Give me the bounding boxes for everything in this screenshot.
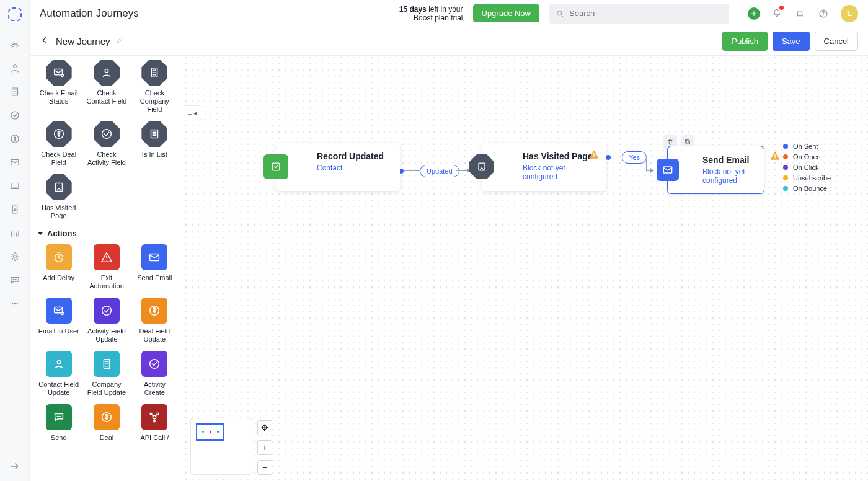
svg-rect-45 <box>686 141 690 144</box>
palette-item[interactable]: Deal Field Update <box>132 298 177 343</box>
nav-expand-icon[interactable] <box>9 460 21 472</box>
nav-tasks-icon[interactable] <box>9 109 21 121</box>
svg-rect-3 <box>12 88 17 95</box>
svg-point-28 <box>61 312 63 315</box>
palette-item[interactable]: Check Activity Field <box>84 121 129 167</box>
nav-companies-icon[interactable] <box>9 86 21 98</box>
journey-title: New Journey <box>56 36 110 46</box>
mail-gear-icon <box>46 60 72 86</box>
svg-point-17 <box>61 74 63 77</box>
palette-item-label: Has Visited Page <box>38 204 80 220</box>
user-avatar[interactable]: L <box>841 5 858 22</box>
nav-chat-icon[interactable] <box>9 274 21 286</box>
minimap[interactable] <box>190 418 252 475</box>
outcome-port[interactable]: Unsubscribe <box>783 174 831 182</box>
outcome-port[interactable]: On Open <box>783 153 831 161</box>
palette-item[interactable]: API Call / <box>132 404 177 442</box>
actions-group-title[interactable]: Actions <box>37 229 176 238</box>
nav-deals-icon[interactable] <box>9 133 21 145</box>
mail-icon <box>141 244 167 270</box>
quick-add-button[interactable] <box>748 7 760 20</box>
svg-point-25 <box>106 260 107 261</box>
pan-button[interactable]: ✥ <box>257 420 272 435</box>
block-send-email[interactable]: Send Email Block not yet configured <box>668 146 764 193</box>
edge-label-updated[interactable]: Updated <box>420 165 459 177</box>
publish-button[interactable]: Publish <box>722 32 768 51</box>
save-button[interactable]: Save <box>773 32 810 51</box>
search-icon <box>556 9 564 18</box>
nav-import-icon[interactable] <box>9 203 21 216</box>
check-circle-icon <box>94 121 120 147</box>
palette-item-label: Is In List <box>142 151 167 159</box>
nav-dashboard-icon[interactable] <box>9 38 21 51</box>
outcome-port[interactable]: On Sent <box>783 143 831 150</box>
block-palette: Check Email StatusCheck Contact FieldChe… <box>30 56 184 481</box>
palette-item[interactable]: Check Contact Field <box>84 60 129 113</box>
collapse-palette-button[interactable]: ≡ ◂ <box>184 105 202 120</box>
nav-contacts-icon[interactable] <box>9 62 21 74</box>
svg-point-48 <box>774 157 776 159</box>
nav-inbox-icon[interactable] <box>9 180 21 192</box>
zoom-out-button[interactable]: − <box>257 460 272 475</box>
palette-item[interactable]: Is In List <box>132 121 177 167</box>
palette-item[interactable]: Check Deal Field <box>36 121 81 167</box>
palette-item[interactable]: Company Field Update <box>84 351 129 397</box>
palette-item[interactable]: Email to User <box>36 298 81 343</box>
palette-item[interactable]: Activity Field Update <box>84 298 129 343</box>
palette-item[interactable]: Deal <box>84 404 129 442</box>
svg-point-21 <box>102 130 112 139</box>
notification-dot <box>779 6 784 10</box>
svg-point-34 <box>56 416 58 417</box>
svg-rect-19 <box>152 68 157 77</box>
palette-item[interactable]: Send <box>36 404 81 442</box>
palette-item-label: API Call / <box>140 434 169 442</box>
palette-item[interactable]: Activity Create <box>132 351 177 397</box>
dollar-icon <box>94 404 120 430</box>
svg-rect-26 <box>150 254 159 261</box>
palette-item[interactable]: Has Visited Page <box>36 174 81 220</box>
nav-mail-icon[interactable] <box>9 156 21 169</box>
outcome-label: On Sent <box>793 143 818 150</box>
svg-point-31 <box>57 361 61 364</box>
block-badge-check-icon <box>264 154 288 179</box>
cancel-button[interactable]: Cancel <box>815 32 858 51</box>
outcome-label: On Bounce <box>793 185 827 192</box>
help-button[interactable] <box>817 7 830 20</box>
palette-item[interactable]: Check Company Field <box>132 60 177 113</box>
edge-label-yes[interactable]: Yes <box>622 151 647 164</box>
svg-rect-16 <box>54 69 62 75</box>
svg-rect-47 <box>663 167 671 173</box>
list-icon <box>141 121 167 147</box>
palette-item-label: Company Field Update <box>86 381 128 397</box>
app-logo[interactable] <box>8 7 22 21</box>
svg-rect-43 <box>479 163 485 170</box>
search-input-wrap[interactable] <box>549 4 729 24</box>
palette-item[interactable]: Exit Automation <box>84 244 129 290</box>
palette-item[interactable]: Contact Field Update <box>36 351 81 397</box>
block-has-visited-page[interactable]: Has Visited Page Block not yet configure… <box>482 143 606 191</box>
announcements-button[interactable] <box>794 7 806 20</box>
nav-automation-icon[interactable] <box>9 250 21 263</box>
search-input[interactable] <box>569 9 723 18</box>
notifications-button[interactable] <box>771 7 782 20</box>
person-icon <box>46 351 72 377</box>
arrowhead-icon <box>650 168 654 173</box>
nav-more-icon[interactable] <box>9 298 21 310</box>
palette-item[interactable]: Check Email Status <box>36 60 81 113</box>
upgrade-button[interactable]: Upgrade Now <box>473 4 540 22</box>
outcome-port[interactable]: On Bounce <box>783 185 831 192</box>
block-record-updated[interactable]: Record Updated Contact <box>276 143 400 191</box>
edit-title-button[interactable] <box>115 36 124 47</box>
journey-canvas[interactable]: ≡ ◂ Updated Yes <box>184 56 868 481</box>
svg-point-18 <box>105 69 108 73</box>
svg-point-33 <box>150 360 159 369</box>
back-button[interactable] <box>40 35 50 48</box>
nav-reports-icon[interactable] <box>9 227 21 239</box>
palette-item[interactable]: Send Email <box>132 244 177 290</box>
outcome-port[interactable]: On Click <box>783 164 831 171</box>
person-card-icon <box>94 60 120 86</box>
connector-dot[interactable] <box>606 155 611 160</box>
zoom-in-button[interactable]: + <box>257 440 272 455</box>
palette-item[interactable]: Add Delay <box>36 244 81 290</box>
building-icon <box>141 60 167 86</box>
